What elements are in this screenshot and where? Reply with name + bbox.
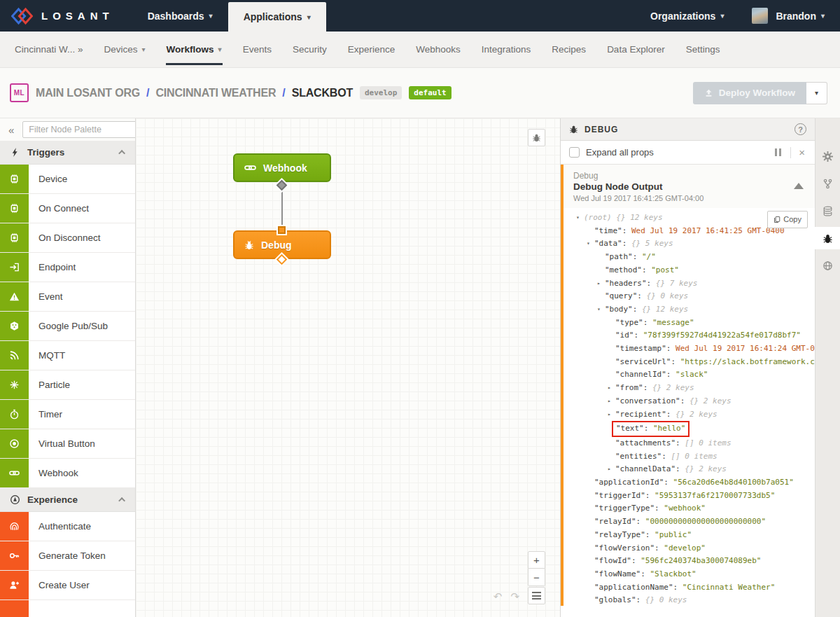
json-tree-line: ▸"recipient": {} 2 keys [576,408,815,422]
avatar[interactable] [752,8,768,24]
zoom-out-button[interactable]: − [528,569,545,586]
json-tree-line: "relayType": "public" [576,529,815,542]
palette-item-device[interactable]: Device [0,165,135,194]
palette-item-virtual-button[interactable]: Virtual Button [0,429,135,459]
json-key: (root) [584,213,612,222]
palette-item-on-connect[interactable]: On Connect [0,194,135,223]
app-nav-label: Security [293,44,327,55]
close-icon[interactable]: × [797,146,806,158]
palette-item-event[interactable]: Event [0,282,135,312]
debug-entry: Debug Debug Node Output Wed Jul 19 2017 … [561,165,815,606]
nav-organizations-label: Organizations [650,11,715,22]
json-key: "timestamp": [615,344,671,353]
json-value: {} 2 keys [685,396,731,405]
palette-item-particle[interactable]: Particle [0,370,135,400]
strip-fork-icon[interactable] [816,172,840,195]
app-nav-settings[interactable]: Settings [676,32,731,68]
deploy-options-button[interactable]: ▾ [806,82,827,104]
strip-globe-icon[interactable] [816,254,840,277]
json-tree-line: ▸"headers": {} 7 keys [576,277,815,291]
palette-item-on-disconnect[interactable]: On Disconnect [0,223,135,253]
strip-gear-icon[interactable] [816,145,840,167]
node-webhook[interactable]: Webhook [233,153,331,182]
palette-item-generate-token[interactable]: Generate Token [0,541,135,571]
canvas-menu-button[interactable] [528,587,545,604]
debug-input-port[interactable] [278,226,286,234]
chip-icon [0,194,29,223]
expand-all-props-checkbox[interactable] [569,147,580,158]
app-nav-webhooks[interactable]: Webhooks [405,32,471,68]
collapse-node-icon[interactable]: ▾ [576,212,584,225]
collapse-entry-icon[interactable] [794,183,804,189]
expand-node-icon[interactable]: ▸ [608,382,615,395]
app-nav-label: Recipes [552,44,586,55]
json-value: {} 5 keys [626,239,673,248]
palette-item-label: On Connect [29,203,89,214]
app-nav-integrations[interactable]: Integrations [471,32,542,68]
app-nav-experience[interactable]: Experience [337,32,406,68]
palette-item-webhook[interactable]: Webhook [0,459,135,488]
help-icon[interactable]: ? [794,123,806,135]
workflow-canvas[interactable]: Webhook Debug [136,118,560,617]
copy-button[interactable]: Copy [767,211,808,228]
debug-toggle-button[interactable] [528,129,545,146]
expand-node-icon[interactable]: ▸ [608,395,615,408]
nav-organizations[interactable]: Organizations ▾ [635,11,739,22]
expand-node-icon[interactable]: ▸ [597,277,605,291]
bug-icon [244,240,254,250]
json-tree-line: "query": {} 0 keys [576,290,815,303]
strip-bug-icon[interactable] [815,227,840,249]
app-nav-recipes[interactable]: Recipes [541,32,596,68]
json-value: {} 12 keys [612,213,663,222]
bug-icon [569,125,578,134]
undo-icon[interactable]: ↶ [493,590,503,603]
json-tree-line: "relayId": "000000000000000000000000" [576,515,815,529]
expand-node-icon[interactable]: ▸ [608,408,615,422]
app-nav-devices[interactable]: Devices▾ [94,32,156,68]
app-nav-data-explorer[interactable]: Data Explorer [596,32,676,68]
json-tree-line: "flowVersion": "develop" [576,542,815,555]
node-debug-label: Debug [261,240,292,251]
json-value: "develop" [659,543,706,553]
strip-database-icon[interactable] [816,200,840,222]
breadcrumb-app[interactable]: CINCINNATI WEATHER [155,87,276,99]
palette-item-label: On Disconnect [29,233,101,243]
json-tree-line: ▾"data": {} 5 keys [576,237,815,251]
zoom-in-button[interactable]: + [528,551,545,569]
app-nav-cincinnati-w[interactable]: Cincinnati W... » [4,32,94,68]
json-value: "public" [650,530,692,539]
app-nav-events[interactable]: Events [232,32,282,68]
palette-item-authenticate[interactable]: Authenticate [0,512,135,541]
divider [790,147,791,158]
pause-icon[interactable] [772,148,784,156]
app-nav-label: Webhooks [416,44,461,55]
losant-logo[interactable]: LOSANT [0,0,132,32]
redo-icon[interactable]: ↷ [510,590,519,603]
json-tree-line: ▾"body": {} 12 keys [576,303,815,317]
palette-item-partial[interactable] [0,600,135,617]
expand-node-icon[interactable]: ▸ [608,463,615,476]
palette-item-google-pub-sub[interactable]: Google Pub/Sub [0,312,135,341]
collapse-node-icon[interactable]: ▾ [587,237,594,251]
app-nav-workflows[interactable]: Workflows▾ [156,32,232,68]
palette-body: TriggersDeviceOn ConnectOn DisconnectEnd… [0,141,135,617]
palette-item-timer[interactable]: Timer [0,400,135,429]
deploy-workflow-button[interactable]: Deploy Workflow [693,82,806,104]
palette-item-mqtt[interactable]: MQTT [0,341,135,370]
palette-section-experience[interactable]: Experience [0,488,135,512]
chip-icon [0,165,29,193]
palette-item-create-user[interactable]: Create User [0,571,135,600]
palette-item-label: Particle [29,380,70,390]
collapse-palette-icon[interactable]: « [6,124,17,136]
palette-section-triggers[interactable]: Triggers [0,141,135,165]
json-tree-line: ▸"channelData": {} 2 keys [576,463,815,476]
nav-user-menu[interactable]: Brandon ▾ [774,11,840,22]
nav-applications[interactable]: Applications ▾ [228,2,326,32]
palette-item-endpoint[interactable]: Endpoint [0,253,135,282]
org-badge[interactable]: ML [10,83,29,102]
app-nav-security[interactable]: Security [282,32,337,68]
nav-dashboards[interactable]: Dashboards ▾ [132,0,228,32]
breadcrumb-org[interactable]: MAIN LOSANT ORG [36,87,140,99]
filter-node-palette-input[interactable] [22,121,136,138]
collapse-node-icon[interactable]: ▾ [597,303,605,317]
